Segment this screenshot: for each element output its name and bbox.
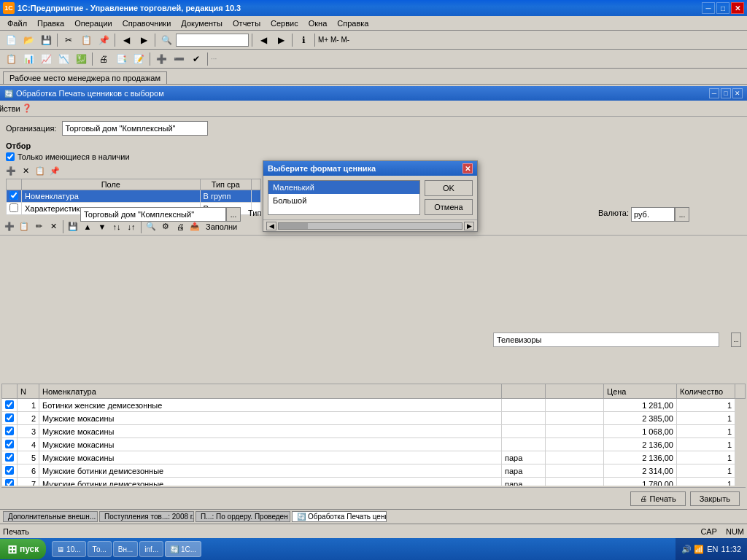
modal-scroll-right[interactable]: ▶ — [464, 222, 474, 230]
modal-close-button[interactable]: ✕ — [462, 163, 473, 174]
modal-ok-button[interactable]: OK — [425, 180, 473, 196]
modal-scrollbar-track[interactable] — [278, 222, 462, 230]
modal-overlay: Выберите формат ценника ✕ Маленький Боль… — [0, 0, 747, 560]
modal-list[interactable]: Маленький Большой — [268, 180, 420, 215]
modal-footer: ◀ ▶ — [263, 219, 477, 231]
modal-item-0[interactable]: Маленький — [268, 181, 419, 194]
modal-scrollbar-thumb — [279, 223, 308, 229]
modal-body: Маленький Большой OK Отмена — [263, 176, 477, 219]
modal-buttons-area: OK Отмена — [425, 180, 473, 215]
modal-scroll-left[interactable]: ◀ — [266, 222, 276, 230]
modal-title-text: Выберите формат ценника — [268, 164, 376, 173]
modal-item-1[interactable]: Большой — [268, 194, 419, 207]
modal-dialog: Выберите формат ценника ✕ Маленький Боль… — [263, 160, 478, 232]
modal-list-area: Маленький Большой — [268, 180, 420, 215]
modal-cancel-button[interactable]: Отмена — [425, 199, 473, 215]
modal-title-bar: Выберите формат ценника ✕ — [263, 161, 477, 176]
